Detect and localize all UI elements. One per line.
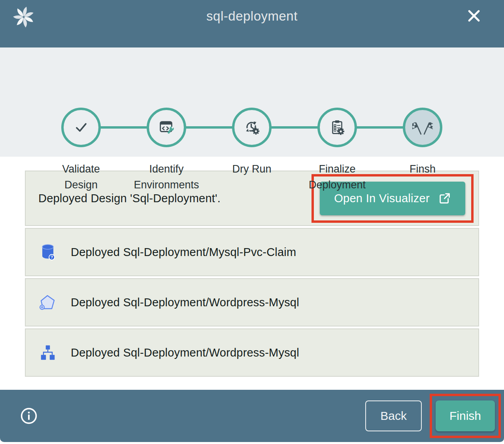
info-button[interactable] — [20, 407, 38, 425]
dry-run-gear-icon — [242, 118, 261, 137]
step-label: Identify Environments — [130, 161, 203, 193]
kubernetes-pod-icon — [38, 293, 57, 312]
open-in-visualizer-label: Open In Visualizer — [334, 192, 430, 205]
external-link-icon — [438, 192, 451, 205]
step-circle-validate-design — [61, 108, 101, 147]
step-label: Finalize Deployment — [300, 161, 374, 193]
step-circle-finish — [403, 108, 442, 147]
step-label: Finsh — [410, 161, 436, 177]
checkered-flags-icon — [412, 117, 433, 138]
deployed-item-text: Deployed Sql-Deployment/Wordpress-Mysql — [71, 296, 299, 309]
deployment-message: Deployed Design 'Sql-Deployment'. — [38, 192, 221, 205]
back-button[interactable]: Back — [365, 400, 422, 431]
deployed-item-row: Deployed Sql-Deployment/Wordpress-Mysql — [25, 328, 479, 377]
deployment-wizard-dialog: sql-deployment Validate Design — [0, 0, 504, 442]
wizard-stepper: Validate Design Identify En — [0, 47, 504, 157]
close-button[interactable] — [464, 6, 483, 25]
step-circle-dry-run — [232, 108, 272, 147]
deployment-hierarchy-icon — [39, 343, 57, 362]
clipboard-gear-icon — [328, 118, 346, 137]
deployed-item-row: Deployed Sql-Deployment/Wordpress-Mysql — [25, 278, 479, 326]
step-dry-run: Dry Run — [209, 108, 294, 193]
dialog-titlebar: sql-deployment — [0, 0, 504, 47]
close-icon — [464, 6, 483, 25]
step-identify-environments: Identify Environments — [124, 108, 209, 193]
step-finalize-deployment: Finalize Deployment — [294, 108, 380, 193]
step-label: Validate Design — [44, 161, 118, 193]
code-wrench-icon — [157, 118, 176, 137]
database-icon: ? — [38, 243, 57, 262]
dialog-footer: Back Finish — [0, 390, 504, 442]
step-circle-identify-environments — [147, 108, 186, 147]
annotation-box-finish: Finish — [430, 394, 501, 438]
step-label: Dry Run — [232, 161, 271, 177]
check-icon — [72, 118, 91, 137]
svg-text:?: ? — [51, 255, 53, 260]
deployed-item-row: ? Deployed Sql-Deployment/Mysql-Pvc-Clai… — [25, 228, 479, 276]
finish-button[interactable]: Finish — [436, 400, 495, 431]
stepper-steps: Validate Design Identify En — [38, 108, 465, 193]
step-circle-finalize-deployment — [317, 108, 357, 147]
info-icon — [20, 407, 38, 425]
deployed-item-text: Deployed Sql-Deployment/Mysql-Pvc-Claim — [71, 246, 296, 259]
step-validate-design: Validate Design — [38, 108, 124, 193]
dialog-title: sql-deployment — [0, 9, 504, 24]
step-finish: Finsh — [380, 108, 465, 193]
deployed-item-text: Deployed Sql-Deployment/Wordpress-Mysql — [71, 346, 299, 359]
